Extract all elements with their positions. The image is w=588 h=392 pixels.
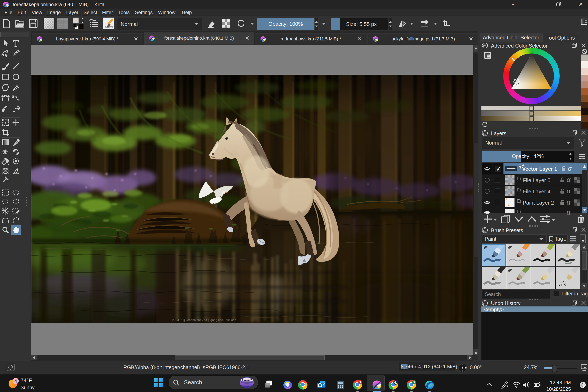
svg-text:S: S: [413, 380, 415, 384]
svg-text:299415 || venomxbaby.da || gan: 299415 || venomxbaby.da || gang coo.unsp…: [172, 318, 236, 322]
svg-text:S: S: [359, 380, 361, 384]
svg-text:z: z: [585, 382, 586, 384]
svg-text:4: 4: [14, 378, 17, 384]
